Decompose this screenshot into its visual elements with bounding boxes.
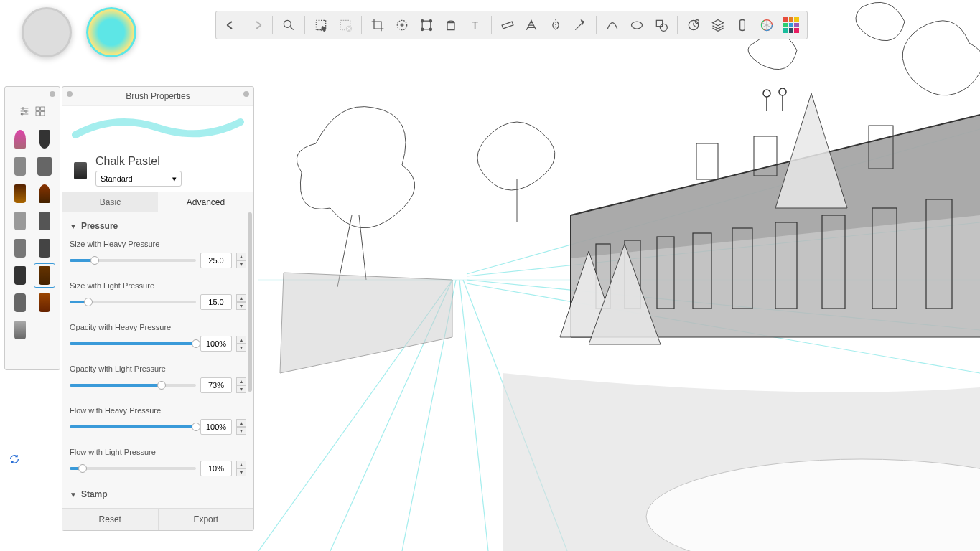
flipbook-button[interactable]: [731, 14, 754, 37]
svg-text:T: T: [472, 19, 478, 31]
brush-pastel-selected[interactable]: [34, 263, 55, 288]
brush-smudge[interactable]: [9, 236, 31, 260]
step-up-button[interactable]: ▲: [236, 377, 246, 385]
perspective-grid-button[interactable]: [520, 14, 543, 37]
tab-advanced[interactable]: Advanced: [158, 192, 253, 212]
step-up-button[interactable]: ▲: [236, 336, 246, 344]
slider-size-light: Size with Light Pressure 15.0 ▲▼: [70, 277, 246, 319]
step-down-button[interactable]: ▼: [236, 427, 246, 435]
value-input[interactable]: 100%: [200, 336, 232, 352]
slider-track[interactable]: [70, 384, 196, 387]
slider-spacing: Spacing 0.5 ▲▼: [70, 504, 246, 508]
svg-point-44: [429, 20, 431, 22]
step-down-button[interactable]: ▼: [236, 302, 246, 310]
step-down-button[interactable]: ▼: [236, 385, 246, 393]
brush-marker-wide[interactable]: [34, 154, 55, 179]
svg-line-2: [402, 280, 456, 551]
pin-icon[interactable]: [243, 91, 249, 97]
svg-line-5: [467, 283, 980, 373]
brush-preset-dropdown[interactable]: Standard ▾: [95, 171, 182, 187]
section-stamp-header[interactable]: ▼ Stamp: [70, 485, 246, 504]
brush-marker[interactable]: [9, 209, 31, 233]
timelapse-button[interactable]: [682, 14, 705, 37]
crop-button[interactable]: [366, 14, 389, 37]
svg-line-3: [459, 280, 488, 551]
ellipse-tool-button[interactable]: [625, 14, 648, 37]
slider-track[interactable]: [70, 301, 196, 303]
brush-chalk[interactable]: [9, 263, 31, 288]
brush-inkpen[interactable]: [9, 182, 31, 206]
svg-line-33: [290, 27, 293, 30]
step-up-button[interactable]: ▲: [236, 253, 246, 260]
brush-custom[interactable]: [34, 291, 55, 315]
svg-point-50: [632, 22, 643, 29]
reset-button[interactable]: Reset: [62, 509, 159, 530]
brush-pencil[interactable]: [9, 127, 31, 151]
background-color-puck[interactable]: [22, 7, 72, 57]
sliders-view-icon[interactable]: [19, 105, 30, 120]
brush-eraser-soft[interactable]: [9, 291, 31, 315]
brush-airbrush[interactable]: [9, 154, 31, 179]
svg-point-52: [661, 24, 668, 31]
zoom-button[interactable]: [277, 14, 300, 37]
step-up-button[interactable]: ▲: [236, 419, 246, 427]
value-input[interactable]: 10%: [200, 461, 232, 476]
value-input[interactable]: 100%: [200, 419, 232, 435]
ruler-button[interactable]: [496, 14, 519, 37]
value-input[interactable]: 25.0: [200, 253, 232, 268]
preset-selected-label: Standard: [101, 174, 133, 183]
svg-rect-51: [657, 20, 663, 26]
brush-paintbrush[interactable]: [34, 182, 55, 206]
tab-basic[interactable]: Basic: [62, 192, 158, 212]
copic-library-button[interactable]: [780, 14, 803, 37]
brush-eraser-hard[interactable]: [34, 236, 55, 260]
redo-button[interactable]: [245, 14, 268, 37]
slider-label: Opacity with Light Pressure: [70, 364, 246, 373]
svg-line-13: [571, 115, 980, 215]
section-stamp-label: Stamp: [81, 489, 108, 499]
step-down-button[interactable]: ▼: [236, 344, 246, 352]
shape-tool-button[interactable]: [650, 14, 673, 37]
pin-icon[interactable]: [50, 91, 55, 97]
sync-icon[interactable]: [9, 453, 20, 465]
slider-track[interactable]: [70, 425, 196, 428]
brush-pen[interactable]: [34, 127, 55, 151]
scrollbar[interactable]: [248, 212, 252, 392]
slider-label: Size with Light Pressure: [70, 281, 246, 290]
brush-thumbnail: [74, 162, 87, 179]
svg-rect-15: [596, 244, 610, 309]
fill-button[interactable]: [439, 14, 462, 37]
svg-rect-22: [872, 208, 897, 309]
slider-track[interactable]: [70, 342, 196, 345]
add-selection-button[interactable]: [391, 14, 414, 37]
transform-button[interactable]: [415, 14, 438, 37]
pin-icon[interactable]: [67, 91, 73, 97]
step-down-button[interactable]: ▼: [236, 260, 246, 268]
text-button[interactable]: T: [464, 14, 487, 37]
predictive-stroke-button[interactable]: [569, 14, 592, 37]
symmetry-button[interactable]: [544, 14, 567, 37]
slider-track[interactable]: [70, 259, 196, 262]
brush-library-panel: [4, 86, 60, 370]
layers-button[interactable]: [706, 14, 729, 37]
step-down-button[interactable]: ▼: [236, 468, 246, 476]
collapse-arrow-icon: ▼: [70, 222, 77, 230]
foreground-color-puck[interactable]: [86, 7, 136, 57]
export-button[interactable]: Export: [159, 509, 254, 530]
color-wheel-button[interactable]: [755, 14, 778, 37]
section-pressure-header[interactable]: ▼ Pressure: [70, 217, 246, 235]
svg-rect-65: [41, 107, 45, 110]
step-up-button[interactable]: ▲: [236, 461, 246, 468]
select-rect-button[interactable]: [309, 14, 332, 37]
slider-track[interactable]: [70, 467, 196, 470]
value-input[interactable]: 73%: [200, 377, 232, 393]
curve-tool-button[interactable]: [601, 14, 624, 37]
value-input[interactable]: 15.0: [200, 294, 232, 310]
grid-view-icon[interactable]: [34, 105, 46, 120]
brush-chisel[interactable]: [34, 209, 55, 233]
deselect-button[interactable]: [334, 14, 357, 37]
brush-blender[interactable]: [9, 318, 31, 342]
brush-grid: [9, 127, 55, 342]
step-up-button[interactable]: ▲: [236, 294, 246, 302]
undo-button[interactable]: [220, 14, 243, 37]
